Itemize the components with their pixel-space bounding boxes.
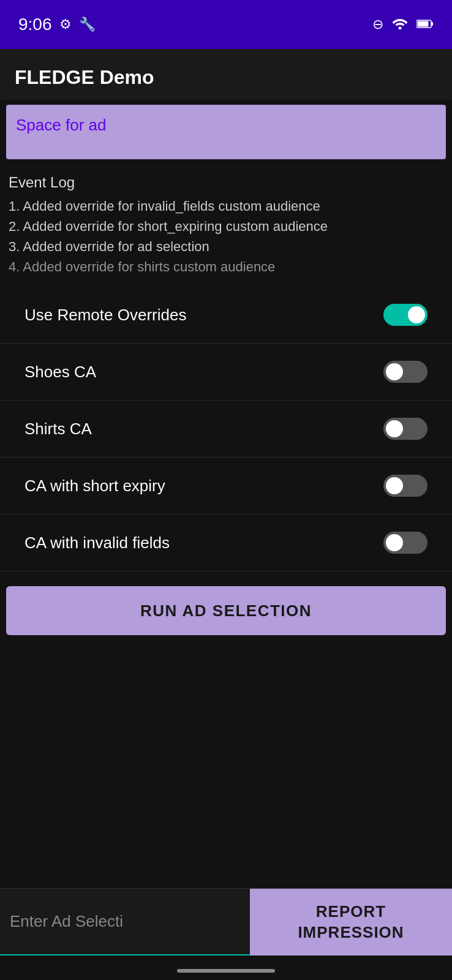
report-impression-button[interactable]: REPORTIMPRESSION — [250, 889, 452, 956]
status-bar: 9:06 ⚙ 🔧 ⊖ — [0, 0, 452, 49]
toggle-knob-ca-short-expiry — [386, 477, 403, 494]
ad-space-text: Space for ad — [16, 116, 106, 134]
toggle-row-shoes-ca: Shoes CA — [0, 344, 452, 401]
run-ad-selection-button[interactable]: RUN AD SELECTION — [6, 586, 446, 635]
event-log-entry-3: 3. Added override for ad selection — [9, 236, 443, 257]
event-log-entry-1: 1. Added override for invalid_fields cus… — [9, 196, 443, 216]
status-bar-left: 9:06 ⚙ 🔧 — [18, 15, 96, 34]
toggle-row-ca-short-expiry: CA with short expiry — [0, 458, 452, 514]
nav-indicator — [177, 969, 275, 973]
app-title-bar: FLEDGE Demo — [0, 49, 452, 100]
toggle-ca-invalid-fields[interactable] — [383, 532, 428, 554]
settings-icon: ⚙ — [59, 17, 72, 32]
toggle-row-use-remote-overrides: Use Remote Overrides — [0, 287, 452, 344]
toggle-ca-short-expiry[interactable] — [383, 475, 428, 497]
wifi-icon — [392, 16, 408, 33]
do-not-disturb-icon: ⊖ — [372, 17, 383, 32]
toggle-use-remote-overrides[interactable] — [383, 304, 428, 326]
toggle-label-ca-short-expiry: CA with short expiry — [24, 477, 165, 496]
ad-space: Space for ad — [6, 105, 446, 159]
event-log: Event Log 1. Added override for invalid_… — [0, 164, 452, 281]
toggle-knob-use-remote-overrides — [408, 306, 425, 323]
toggle-knob-ca-invalid-fields — [386, 534, 403, 551]
toggle-row-ca-invalid-fields: CA with invalid fields — [0, 514, 452, 571]
event-log-entry-2: 2. Added override for short_expiring cus… — [9, 216, 443, 236]
toggle-section: Use Remote Overrides Shoes CA Shirts CA … — [0, 287, 452, 571]
event-log-entry-4: 4. Added override for shirts custom audi… — [9, 257, 443, 277]
toggle-label-use-remote-overrides: Use Remote Overrides — [24, 306, 186, 325]
status-time: 9:06 — [18, 15, 52, 34]
svg-rect-2 — [431, 22, 433, 26]
svg-point-0 — [399, 27, 402, 30]
status-bar-right: ⊖ — [372, 16, 434, 33]
wrench-icon: 🔧 — [79, 17, 96, 32]
toggle-shoes-ca[interactable] — [383, 361, 428, 383]
toggle-label-ca-invalid-fields: CA with invalid fields — [24, 533, 170, 552]
bottom-bar: REPORTIMPRESSION — [0, 888, 452, 956]
toggle-knob-shirts-ca — [386, 420, 403, 437]
bottom-input-container — [0, 889, 250, 956]
toggle-knob-shoes-ca — [386, 363, 403, 380]
toggle-row-shirts-ca: Shirts CA — [0, 401, 452, 458]
toggle-shirts-ca[interactable] — [383, 418, 428, 440]
app-title: FLEDGE Demo — [15, 66, 154, 88]
ad-selection-input[interactable] — [10, 912, 240, 931]
event-log-title: Event Log — [9, 172, 443, 194]
toggle-label-shoes-ca: Shoes CA — [24, 363, 96, 382]
battery-icon — [416, 17, 434, 32]
toggle-label-shirts-ca: Shirts CA — [24, 420, 92, 439]
svg-rect-3 — [418, 21, 429, 27]
